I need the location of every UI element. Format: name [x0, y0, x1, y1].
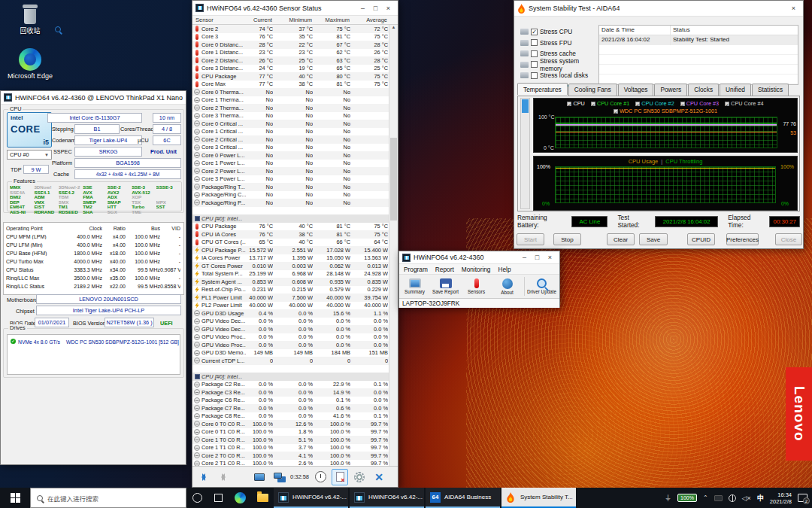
- stress-option[interactable]: ✓Stress CPU: [520, 26, 598, 38]
- menu-help[interactable]: Help: [498, 266, 511, 273]
- sensor-row[interactable]: Package/Ring T...NoNoNo: [192, 183, 389, 191]
- sensor-row[interactable]: Package C3 Re...0.0 %0.0 %14.9 %0.0 %: [192, 388, 389, 397]
- remote-monitor-button[interactable]: [271, 469, 287, 485]
- hwinfo-main-titlebar[interactable]: HWiNFO64 v6.42-4360 @ LENOVO ThinkPad X1…: [1, 91, 186, 105]
- tab-voltages[interactable]: Voltages: [618, 84, 654, 96]
- menu-report[interactable]: Report: [435, 266, 454, 273]
- sensor-row[interactable]: Core 2 Distanc...26 °C25 °C63 °C28 °C: [192, 56, 389, 65]
- summary-screen-button[interactable]: [251, 469, 268, 485]
- checkbox[interactable]: [531, 50, 538, 57]
- legend-checkbox[interactable]: ✓: [725, 102, 729, 106]
- stability-titlebar[interactable]: System Stability Test - AIDA64 ×: [514, 1, 803, 17]
- edge-desktop-icon[interactable]: Microsoft Edge: [6, 48, 54, 80]
- sensor-row[interactable]: Package C8 Re...0.0 %0.0 %41.6 %0.1 %: [192, 412, 389, 421]
- sensor-row[interactable]: Package/Ring C...NoNoNo: [192, 191, 389, 199]
- sensor-row[interactable]: Core 3 Distanc...24 °C19 °C65 °C25 °C: [192, 65, 389, 73]
- sensor-row[interactable]: Core 0 T0 C0 R...100.0 %12.6 %100.0 %99.…: [192, 420, 389, 428]
- sensor-row[interactable]: Core 1 T0 C0 R...100.0 %5.1 %100.0 %99.7…: [192, 436, 389, 444]
- sensor-row[interactable]: Core 0 T1 C0 R...100.0 %1.8 %100.0 %99.7…: [192, 428, 389, 437]
- sensor-group-header[interactable]: CPU [#0]: Intel...: [192, 373, 389, 381]
- sensor-row[interactable]: Core 2 Critical ...NoNoNo: [192, 135, 389, 144]
- start-button[interactable]: [0, 488, 30, 508]
- menu-program[interactable]: Program: [404, 266, 428, 273]
- legend-entry[interactable]: ✓CPU Core #4: [725, 100, 763, 107]
- checkbox[interactable]: [531, 61, 538, 68]
- search-input[interactable]: 在此键入进行搜索: [30, 488, 186, 508]
- sensor-row[interactable]: Package C7 Re...0.0 %0.0 %0.6 %0.0 %: [192, 404, 389, 412]
- taskbar-app-aida64[interactable]: 64AIDA64 Business: [426, 488, 500, 508]
- clock-date[interactable]: 16:34 2021/2/8: [770, 491, 792, 505]
- sensor-row[interactable]: Core 3 Power L...NoNoNo: [192, 175, 389, 184]
- close-sensors-button[interactable]: ✕: [371, 469, 387, 485]
- sensor-row[interactable]: Core 2 T0 C0 R...100.0 %4.1 %100.0 %99.7…: [192, 452, 389, 460]
- clear-button[interactable]: Clear: [607, 233, 635, 245]
- sensor-row[interactable]: Core 3 Therma...NoNoNo: [192, 112, 389, 120]
- sensor-column-header[interactable]: Minimum: [272, 17, 312, 23]
- sensor-row[interactable]: Core 0 Therma...NoNoNo: [192, 88, 389, 96]
- sensor-scrollbar[interactable]: ▲: [389, 25, 398, 466]
- minimize-icon[interactable]: –: [518, 254, 531, 261]
- sensor-row[interactable]: Package/Ring P...NoNoNo: [192, 199, 389, 207]
- close-icon[interactable]: ×: [787, 5, 800, 12]
- tab-statistics[interactable]: Statistics: [752, 84, 789, 96]
- taskbar-app-flame[interactable]: System Stability T...: [501, 488, 576, 508]
- sensor-row[interactable]: CPU Package76 °C40 °C81 °C75 °C: [192, 223, 389, 231]
- sensor-row[interactable]: GT Cores Power0.010 W0.003 W0.062 W0.013…: [192, 262, 389, 270]
- recycle-bin-desktop-icon[interactable]: 回收站: [6, 5, 54, 35]
- maximize-icon[interactable]: □: [531, 254, 544, 261]
- stress-option[interactable]: Stress system memory: [520, 59, 598, 71]
- driver-update-button[interactable]: Driver Update: [526, 275, 557, 298]
- save-button[interactable]: Save: [639, 233, 668, 245]
- tab-cooling-fans[interactable]: Cooling Fans: [568, 84, 617, 96]
- sensor-row[interactable]: GPU Video Dec...0.0 %0.0 %0.0 %0.0 %: [192, 325, 389, 333]
- legend-entry[interactable]: ✓CPU Core #2: [635, 100, 674, 107]
- action-center-icon[interactable]: 2: [798, 494, 807, 502]
- legend-entry[interactable]: ✓CPU Core #1: [591, 100, 629, 107]
- sensor-row[interactable]: Core 2 Therma...NoNoNo: [192, 104, 389, 112]
- sensor-column-header[interactable]: Sensor: [192, 17, 245, 23]
- sensor-row[interactable]: CPU Package P...15.572 W2.551 W17.028 W1…: [192, 246, 389, 254]
- settings-button[interactable]: [351, 469, 368, 485]
- close-icon[interactable]: ×: [544, 254, 556, 261]
- legend-entry[interactable]: ✓CPU: [567, 100, 584, 107]
- legend-checkbox[interactable]: ✓: [680, 102, 685, 106]
- stress-option[interactable]: Stress FPU: [520, 38, 598, 49]
- ime-indicator[interactable]: 中: [757, 493, 764, 503]
- sensor-row[interactable]: GPU D3D Usage0.4 %0.0 %15.6 %1.1 %: [192, 309, 389, 318]
- checkbox[interactable]: ✓: [531, 29, 538, 35]
- legend-checkbox[interactable]: ✓: [614, 109, 618, 114]
- sensor-row[interactable]: Core 0 Critical ...NoNoNo: [192, 120, 389, 128]
- sensor-row[interactable]: Core 3 Critical ...NoNoNo: [192, 144, 389, 152]
- sensor-row[interactable]: CPU GT Cores (...65 °C40 °C66 °C64 °C: [192, 239, 389, 247]
- sensor-row[interactable]: Core 2 Power L...NoNoNo: [192, 167, 389, 175]
- taskbar-app-hwinfo[interactable]: HWiNFO64 v6.42-...: [274, 488, 348, 508]
- tray-chevron-icon[interactable]: ⌃: [703, 494, 708, 501]
- about-button[interactable]: About: [492, 275, 523, 298]
- sensors-button[interactable]: Sensors: [461, 275, 492, 298]
- sensor-row[interactable]: Core 0 Distanc...28 °C22 °C67 °C28 °C: [192, 41, 389, 49]
- preferences-button[interactable]: Preferences: [726, 233, 759, 245]
- sensor-row[interactable]: System Agent ...0.853 W0.608 W0.935 W0.8…: [192, 278, 389, 286]
- sensor-row[interactable]: Total System P...25.199 W6.968 W28.148 W…: [192, 270, 389, 278]
- sensor-row[interactable]: Core 1 Therma...NoNoNo: [192, 96, 389, 105]
- sensor-row[interactable]: PL2 Power Limit40.000 W40.000 W40.000 W4…: [192, 302, 389, 310]
- tab-powers[interactable]: Powers: [654, 84, 687, 96]
- scrollbar-thumb[interactable]: [522, 99, 529, 113]
- stress-option[interactable]: Stress local disks: [520, 70, 598, 81]
- sensor-row[interactable]: Core 1 Power L...NoNoNo: [192, 160, 389, 168]
- reset-clock-button[interactable]: [312, 469, 329, 485]
- network-icon[interactable]: [729, 494, 736, 502]
- sensor-row[interactable]: Current cTDP L...0000: [192, 357, 389, 365]
- save-report-button[interactable]: Save Report: [430, 275, 461, 298]
- tab-temperatures[interactable]: Temperatures: [517, 83, 568, 95]
- tab-unified[interactable]: Unified: [720, 84, 751, 96]
- launcher-titlebar[interactable]: HWiNFO64 v6.42-4360 – □ ×: [399, 251, 559, 264]
- cortana-button[interactable]: [186, 488, 208, 508]
- tab-clocks[interactable]: Clocks: [688, 84, 719, 96]
- sensor-column-header[interactable]: Current: [245, 17, 272, 23]
- legend-entry[interactable]: ✓WDC PC SN530 SDBPMPZ-512G-1001: [614, 108, 717, 114]
- sensor-row[interactable]: Core 2 T1 C0 R...100.0 %2.6 %100.0 %99.7…: [192, 460, 389, 467]
- task-view-button[interactable]: [208, 488, 229, 508]
- back-forward-buttons[interactable]: [195, 469, 212, 485]
- logging-button[interactable]: [332, 469, 348, 485]
